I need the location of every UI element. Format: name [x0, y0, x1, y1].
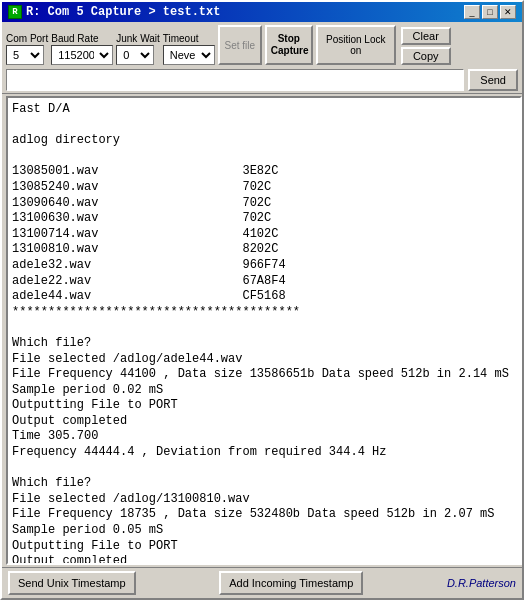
- close-button[interactable]: ✕: [500, 5, 516, 19]
- com-port-label: Com Port: [6, 33, 48, 44]
- baud-rate-label: Baud Rate: [51, 33, 98, 44]
- main-window: R R: Com 5 Capture > test.txt _ □ ✕ Com …: [0, 0, 524, 600]
- com-port-group: Com Port 5: [6, 33, 48, 65]
- send-button[interactable]: Send: [468, 69, 518, 91]
- window-title: R: Com 5 Capture > test.txt: [26, 5, 220, 19]
- send-input[interactable]: [6, 69, 464, 91]
- maximize-button[interactable]: □: [482, 5, 498, 19]
- title-bar: R R: Com 5 Capture > test.txt _ □ ✕: [2, 2, 522, 22]
- junk-wait-label: Junk Wait: [116, 33, 160, 44]
- send-unix-timestamp-button[interactable]: Send Unix Timestamp: [8, 571, 136, 595]
- main-area: Fast D/A adlog directory 13085001.wav 3E…: [2, 94, 522, 567]
- copy-button[interactable]: Copy: [401, 47, 451, 65]
- send-row: Send: [2, 67, 522, 94]
- set-file-button[interactable]: Set file: [218, 25, 262, 65]
- timeout-label: Timeout: [163, 33, 199, 44]
- title-bar-controls: _ □ ✕: [464, 5, 516, 19]
- junk-wait-select[interactable]: 0: [116, 45, 154, 65]
- clear-button[interactable]: Clear: [401, 27, 451, 45]
- app-icon: R: [8, 5, 22, 19]
- title-bar-left: R R: Com 5 Capture > test.txt: [8, 5, 220, 19]
- baud-rate-select[interactable]: 115200: [51, 45, 113, 65]
- terminal-output[interactable]: Fast D/A adlog directory 13085001.wav 3E…: [6, 96, 522, 565]
- baud-rate-group: Baud Rate 115200: [51, 33, 113, 65]
- right-side-buttons: Clear Copy: [401, 27, 451, 65]
- brand-text: D.R.Patterson: [447, 577, 516, 589]
- minimize-button[interactable]: _: [464, 5, 480, 19]
- timeout-group: Timeout Never: [163, 33, 215, 65]
- com-port-select[interactable]: 5: [6, 45, 44, 65]
- footer: Send Unix Timestamp Add Incoming Timesta…: [2, 567, 522, 598]
- junk-wait-group: Junk Wait 0: [116, 33, 160, 65]
- timeout-select[interactable]: Never: [163, 45, 215, 65]
- add-incoming-timestamp-button[interactable]: Add Incoming Timestamp: [219, 571, 363, 595]
- position-lock-button[interactable]: Position Lock on: [316, 25, 396, 65]
- stop-capture-button[interactable]: StopCapture: [265, 25, 313, 65]
